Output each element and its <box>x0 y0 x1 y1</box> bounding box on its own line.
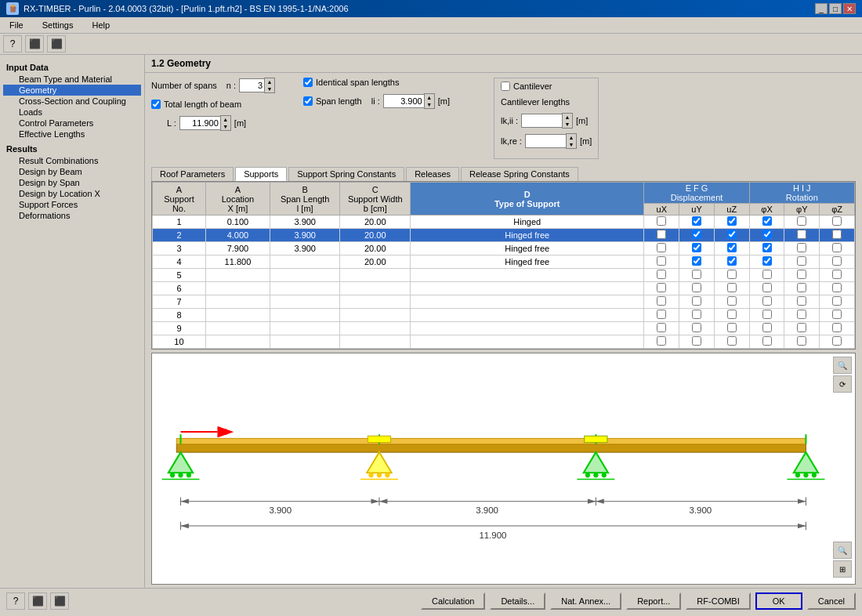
tabs-area: Roof Parameters Supports Support Spring … <box>145 164 862 181</box>
svg-point-20 <box>585 473 590 477</box>
lk-ii-spin-down[interactable]: ▼ <box>563 121 572 128</box>
sidebar-item-deformations[interactable]: Deformations <box>3 210 141 221</box>
sidebar-item-result-combinations[interactable]: Result Combinations <box>3 155 141 166</box>
L-unit: [m] <box>234 118 246 128</box>
menu-file[interactable]: File <box>3 19 30 31</box>
maximize-btn[interactable]: □ <box>829 3 842 14</box>
title-bar-text: RX-TIMBER - Purlin - 2.04.0003 (32bit) -… <box>24 4 349 13</box>
beam-diagram: X <box>152 353 855 584</box>
table-row[interactable]: 411.80020.00Hinged free <box>153 255 855 269</box>
form-area: Number of spans n : ▲ ▼ Total length of … <box>145 73 862 164</box>
supports-table: ASupportNo. ALocationX [m] BSpan Lengthl… <box>152 182 855 349</box>
li-input[interactable] <box>383 94 424 108</box>
identical-span-checkbox[interactable] <box>303 78 313 87</box>
zoom-fit-btn[interactable]: 🔍 <box>833 542 852 559</box>
minimize-btn[interactable]: _ <box>815 3 828 14</box>
table-row[interactable]: 7 <box>153 295 855 309</box>
table-row[interactable]: 5 <box>153 269 855 282</box>
col-header-phiz: φZ <box>820 204 855 216</box>
table-row[interactable]: 9 <box>153 322 855 335</box>
content-area: 1.2 Geometry Number of spans n : ▲ ▼ <box>145 55 862 588</box>
table-row[interactable]: 10 <box>153 335 855 349</box>
sidebar-item-design-by-beam[interactable]: Design by Beam <box>3 166 141 177</box>
L-input[interactable] <box>179 116 220 130</box>
lk-re-unit: [m] <box>580 136 592 146</box>
sidebar: Input Data Beam Type and Material Geomet… <box>0 55 145 588</box>
menu-settings[interactable]: Settings <box>36 19 80 31</box>
svg-rect-0 <box>176 444 806 452</box>
n-input[interactable] <box>239 78 264 92</box>
sidebar-item-support-forces[interactable]: Support Forces <box>3 199 141 210</box>
lk-re-spin-down[interactable]: ▼ <box>567 141 576 148</box>
bottom-btn2[interactable]: ⬛ <box>28 592 47 610</box>
sidebar-item-control-params[interactable]: Control Parameters <box>3 118 141 129</box>
bottom-btn3[interactable]: ⬛ <box>50 592 69 610</box>
main-container: Input Data Beam Type and Material Geomet… <box>0 55 862 588</box>
close-btn[interactable]: ✕ <box>843 3 856 14</box>
sidebar-item-design-by-location[interactable]: Design by Location X <box>3 188 141 199</box>
svg-marker-34 <box>181 499 189 504</box>
sidebar-item-cross-section[interactable]: Cross-Section and Coupling <box>3 96 141 107</box>
menu-help[interactable]: Help <box>85 19 116 31</box>
svg-point-21 <box>593 473 598 477</box>
tab-support-spring[interactable]: Support Spring Constants <box>288 167 404 181</box>
toolbar-btn3[interactable]: ⬛ <box>47 35 66 53</box>
n-spin-down[interactable]: ▼ <box>265 85 274 92</box>
span-length-label: Span length <box>316 96 362 106</box>
sidebar-item-effective-lengths[interactable]: Effective Lengths <box>3 129 141 140</box>
li-spin-down[interactable]: ▼ <box>425 101 434 108</box>
lk-ii-unit: [m] <box>576 116 588 125</box>
sidebar-item-design-by-span[interactable]: Design by Span <box>3 177 141 188</box>
tab-supports[interactable]: Supports <box>235 167 287 181</box>
ok-btn[interactable]: OK <box>755 592 802 610</box>
sidebar-item-geometry[interactable]: Geometry <box>3 85 141 96</box>
table-row[interactable]: 8 <box>153 309 855 322</box>
table-row[interactable]: 24.0003.90020.00Hinged free <box>153 229 855 242</box>
svg-marker-39 <box>379 499 387 504</box>
li-label: li : <box>371 96 380 106</box>
zoom-reset-btn[interactable]: ⊞ <box>833 560 852 578</box>
L-spin-down[interactable]: ▼ <box>221 123 230 130</box>
sidebar-item-loads[interactable]: Loads <box>3 107 141 118</box>
L-spin-up[interactable]: ▲ <box>221 116 230 123</box>
app-icon: 🪵 <box>6 2 19 15</box>
col-header-span: BSpan Lengthl [m] <box>270 183 340 216</box>
total-length-checkbox[interactable] <box>151 100 161 109</box>
li-spin-up[interactable]: ▲ <box>425 94 434 101</box>
rf-combi-btn[interactable]: RF-COMBI <box>686 592 750 610</box>
calculation-btn[interactable]: Calculation <box>421 592 485 610</box>
diagram-btn1[interactable]: 🔍 <box>833 357 852 374</box>
svg-point-8 <box>170 473 175 477</box>
table-row[interactable]: 6 <box>153 282 855 295</box>
col-header-uz: uZ <box>714 204 749 216</box>
col-header-phix: φX <box>749 204 784 216</box>
diagram-btn2[interactable]: ⟳ <box>833 375 852 393</box>
report-btn[interactable]: Report... <box>626 592 681 610</box>
toolbar-help-btn[interactable]: ? <box>3 35 22 53</box>
table-row[interactable]: 10.1003.90020.00Hinged <box>153 216 855 229</box>
lk-re-spin-up[interactable]: ▲ <box>567 134 576 141</box>
lk-ii-input[interactable] <box>521 114 562 128</box>
n-spin-up[interactable]: ▲ <box>265 78 274 85</box>
cantilever-label: Cantilever <box>513 82 552 91</box>
cancel-btn[interactable]: Cancel <box>807 592 856 610</box>
details-btn[interactable]: Details... <box>490 592 545 610</box>
sidebar-item-beam-type[interactable]: Beam Type and Material <box>3 74 141 85</box>
tab-releases[interactable]: Releases <box>406 167 459 181</box>
tab-roof-params[interactable]: Roof Parameters <box>151 167 234 181</box>
diagram-toolbar: 🔍 ⟳ <box>833 357 852 393</box>
nat-annex-btn[interactable]: Nat. Annex... <box>550 592 621 610</box>
svg-point-27 <box>803 473 808 477</box>
svg-marker-6 <box>168 452 193 473</box>
lk-ii-spin-up[interactable]: ▲ <box>563 114 572 121</box>
bottom-help-btn[interactable]: ? <box>6 592 25 610</box>
bottom-toolbar: ? ⬛ ⬛ Calculation Details... Nat. Annex.… <box>0 588 862 613</box>
cantilever-checkbox[interactable] <box>501 82 510 91</box>
svg-marker-35 <box>371 499 379 504</box>
tab-release-spring[interactable]: Release Spring Constants <box>461 167 578 181</box>
lk-re-input[interactable] <box>525 134 566 148</box>
span-length-checkbox[interactable] <box>303 96 313 106</box>
toolbar-btn2[interactable]: ⬛ <box>25 35 44 53</box>
n-label: n : <box>226 81 236 90</box>
table-row[interactable]: 37.9003.90020.00Hinged free <box>153 242 855 255</box>
